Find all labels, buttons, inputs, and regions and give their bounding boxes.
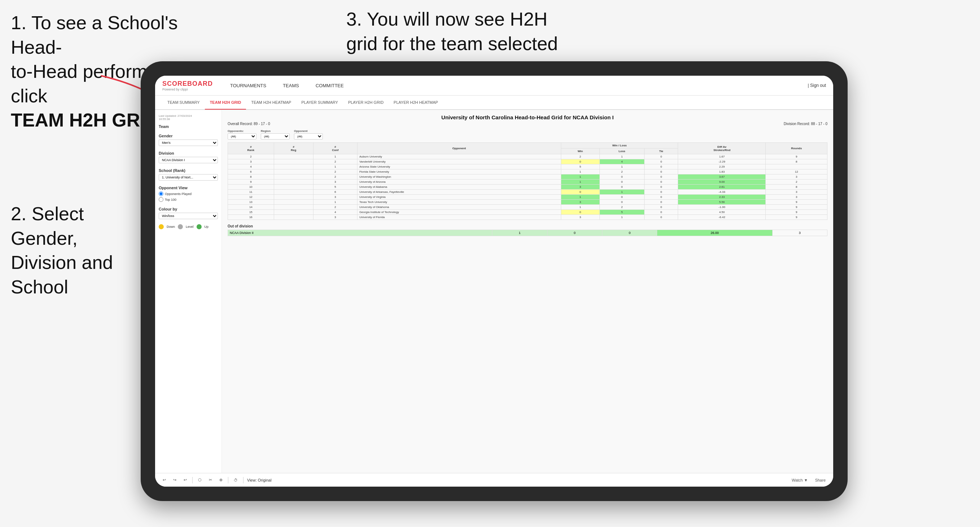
cell-reg [274,200,313,205]
cell-reg [274,190,313,195]
cell-conf: 3 [313,195,357,200]
radio-opponents-played[interactable]: Opponents Played [159,191,218,196]
cell-conf: 6 [313,190,357,195]
instruction-3: 3. You will now see H2Hgrid for the team… [346,7,558,56]
cell-rank: 3 [228,159,274,164]
radio-top100-label: Top 100 [165,198,177,202]
cell-tie: 0 [644,184,678,190]
logo-text: SCOREBOARD [162,80,213,87]
cell-reg [274,170,313,175]
sign-out-link[interactable]: | Sign out [808,83,826,88]
division-label: Division [159,151,218,156]
gender-select[interactable]: Men's [159,140,218,146]
cell-conf: 5 [313,184,357,190]
cell-loss: 2 [600,170,644,175]
out-division-win: 1 [492,230,547,236]
opponent-filter-label: Opponent [294,129,323,133]
cell-rounds: 9 [766,200,827,205]
toolbar-sep-1 [192,477,192,483]
cell-tie: 0 [644,200,678,205]
cell-win: 1 [561,195,600,200]
toolbar-share[interactable]: Share [813,477,827,483]
radio-opponents-played-input[interactable] [159,191,163,196]
cell-conf: 1 [313,154,357,159]
toolbar-grid[interactable]: ⬡ [196,477,204,483]
cell-tie: 0 [644,170,678,175]
logo-area: SCOREBOARD Powered by clippi [162,80,213,91]
nav-committee[interactable]: COMMITTEE [313,81,347,90]
toolbar-redo[interactable]: ↪ [171,477,178,483]
toolbar-watch[interactable]: Watch ▼ [790,477,810,483]
last-updated: Last Updated: 27/03/2024 16:55:38 [159,114,218,121]
cell-loss: 2 [600,205,644,210]
subnav-player-summary[interactable]: PLAYER SUMMARY [296,96,343,110]
cell-tie: 0 [644,159,678,164]
cell-win: 1 [561,179,600,184]
table-row: 10 5 University of Alabama 3 0 0 2.61 8 [228,184,827,190]
colour-by-select[interactable]: Win/loss [159,213,218,219]
subnav-team-h2h-heatmap[interactable]: TEAM H2H HEATMAP [246,96,296,110]
team-section: Team [159,124,218,129]
subnav-team-h2h-grid[interactable]: TEAM H2H GRID [205,96,247,110]
instruction-3-text: 3. You will now see H2Hgrid for the team… [346,9,558,54]
cell-loss: 1 [600,164,644,170]
school-select[interactable]: 1. University of Nort... [159,174,218,181]
th-win-loss-group: Win / Loss [561,143,678,149]
cell-win: 1 [561,205,600,210]
toolbar-cut[interactable]: ✂ [207,477,214,483]
toolbar-undo[interactable]: ↩ [161,477,168,483]
gender-label: Gender [159,134,218,138]
division-record: Division Record: 88 - 17 - 0 [784,122,827,126]
toolbar-timer[interactable]: ⏱ [232,477,240,483]
legend-down-label: Down [167,225,175,229]
cell-diff: 9.00 [678,179,766,184]
th-win: Win [561,149,600,154]
cell-diff: 2.61 [678,184,766,190]
opponents-filter-label: Opponents: [228,129,256,133]
nav-tournaments[interactable]: TOURNAMENTS [227,81,269,90]
cell-tie: 0 [644,215,678,220]
data-area: University of North Carolina Head-to-Hea… [222,110,833,473]
subnav-player-h2h-heatmap[interactable]: PLAYER H2H HEATMAP [388,96,443,110]
main-content: Last Updated: 27/03/2024 16:55:38 Team G… [155,110,833,473]
table-row: 12 3 University of Virginia 1 0 0 2.33 3 [228,195,827,200]
nav-teams[interactable]: TEAMS [280,81,302,90]
h2h-table: #Rank #Reg #Conf Opponent Win / Loss Dif… [228,142,827,220]
toolbar-add[interactable]: ⊕ [218,477,224,483]
legend-level-label: Level [186,225,194,229]
legend-down-dot [159,224,164,229]
out-division-rounds: 3 [772,230,827,236]
division-select[interactable]: NCAA Division I [159,157,218,163]
school-label: School (Rank) [159,168,218,173]
cell-diff: -1.00 [678,205,766,210]
overall-record: Overall Record: 89 - 17 - 0 [228,122,270,126]
radio-top100-input[interactable] [159,197,163,202]
table-row: 9 3 University of Arizona 1 0 0 9.00 2 [228,179,827,184]
toolbar-back[interactable]: ↩ [182,477,189,483]
subnav-team-summary[interactable]: TEAM SUMMARY [162,96,205,110]
cell-tie: 0 [644,210,678,215]
subnav-player-h2h-grid[interactable]: PLAYER H2H GRID [343,96,388,110]
cell-rounds: 8 [766,184,827,190]
cell-loss: 0 [600,179,644,184]
opponents-filter-select[interactable]: (All) [228,133,256,140]
colour-by-section: Colour by Win/loss [159,207,218,219]
opponents-filter: Opponents: (All) [228,129,256,140]
toolbar-view-label: View: Original [247,478,272,482]
sub-navbar: TEAM SUMMARY TEAM H2H GRID TEAM H2H HEAT… [155,95,833,110]
opponent-filter-select[interactable]: (All) [294,133,323,140]
cell-diff: 5.56 [678,200,766,205]
cell-rank: 4 [228,164,274,170]
table-row: 14 2 University of Oklahoma 1 2 0 -1.00 … [228,205,827,210]
cell-rank: 14 [228,205,274,210]
cell-conf: 2 [313,159,357,164]
cell-conf: 2 [313,205,357,210]
cell-rounds: 3 [766,190,827,195]
cell-rounds: 12 [766,170,827,175]
region-filter-select[interactable]: (All) [261,133,290,140]
cell-tie: 0 [644,205,678,210]
th-loss: Loss [600,149,644,154]
table-row: 8 2 University of Washington 1 0 0 3.67 … [228,175,827,179]
cell-win: 1 [561,170,600,175]
radio-top100[interactable]: Top 100 [159,197,218,202]
